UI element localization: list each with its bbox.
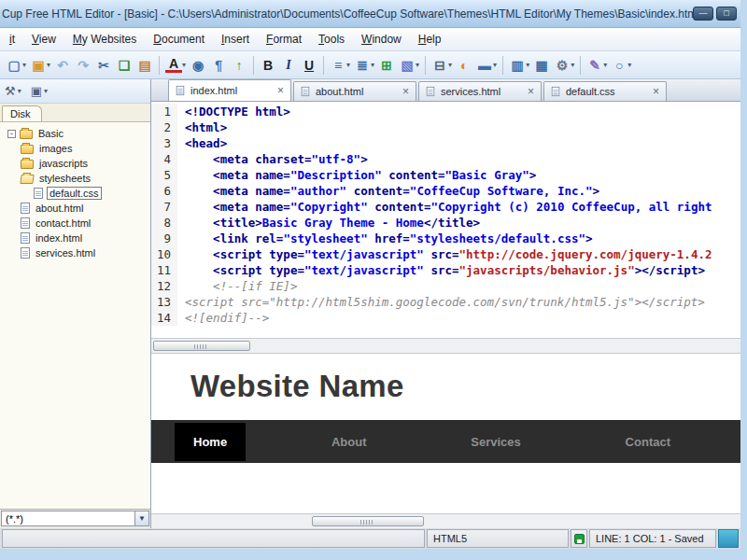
monitor-button[interactable]: ⊟▾: [430, 54, 454, 77]
menu-tools[interactable]: Tools: [310, 29, 353, 49]
maximize-button[interactable]: □: [716, 7, 737, 21]
code-text: <script type="text/javascript" src="java…: [177, 262, 705, 278]
paste-button[interactable]: ▤: [134, 54, 155, 77]
menu-it[interactable]: it: [1, 29, 23, 49]
status-save-cell: [571, 529, 587, 548]
preview-nav-services[interactable]: Services: [452, 423, 540, 461]
file-filter-bar: (*.*) ▼: [0, 509, 150, 528]
frames-button[interactable]: ▦: [531, 54, 552, 77]
insert-image-button[interactable]: ▧▾: [397, 54, 421, 77]
tab-about-html[interactable]: about.html×: [293, 81, 416, 101]
tree-item-stylesheets[interactable]: stylesheets: [2, 171, 148, 186]
main-area: ⚒▾▣▾ Disk -Basicimagesjavascriptsstylesh…: [0, 79, 740, 528]
preview-horizontal-scrollbar[interactable]: [151, 513, 740, 528]
tab-services-html[interactable]: services.html×: [418, 81, 542, 101]
window-title: Cup Free HTML Editor - [Basic] - C:\User…: [2, 7, 693, 21]
italic-button[interactable]: I: [278, 54, 299, 77]
close-icon[interactable]: ×: [402, 86, 409, 97]
file-tree: -Basicimagesjavascriptsstylesheetsdefaul…: [0, 122, 150, 509]
code-line: 11 <script type="text/javascript" src="j…: [151, 262, 740, 278]
panel-view-button[interactable]: ▣▾: [31, 84, 48, 98]
preview-navbar: HomeAboutServicesContact: [151, 420, 740, 463]
expander-icon[interactable]: -: [7, 130, 16, 138]
close-icon[interactable]: ×: [277, 85, 284, 96]
window-titlebar[interactable]: Cup Free HTML Editor - [Basic] - C:\User…: [0, 0, 740, 28]
align-icon: ≡: [330, 57, 346, 74]
tree-item-index-html[interactable]: index.html: [2, 231, 148, 245]
align-button[interactable]: ≡▾: [328, 54, 352, 77]
app-window: Cup Free HTML Editor - [Basic] - C:\User…: [0, 0, 747, 560]
tab-disk[interactable]: Disk: [2, 105, 42, 121]
new-document-button[interactable]: ▢▾: [4, 54, 28, 77]
tree-item-about-html[interactable]: about.html: [2, 201, 148, 216]
tree-item-javascripts[interactable]: javascripts: [2, 156, 148, 171]
preview-nav-about[interactable]: About: [313, 423, 386, 461]
menu-bar: itViewMy WebsitesDocumentInsertFormatToo…: [0, 28, 740, 51]
toolbar-separator: [159, 56, 160, 75]
tree-item-label: javascripts: [37, 158, 90, 169]
gear-settings-button[interactable]: ⚙▾: [552, 54, 576, 77]
file-icon: [21, 247, 30, 259]
redo-button[interactable]: ↷: [73, 54, 93, 77]
menu-help[interactable]: Help: [410, 29, 450, 49]
chevron-down-icon: ▾: [44, 87, 48, 95]
new-document-icon: ▢: [6, 57, 22, 74]
themes-paint-icon: ✎: [586, 57, 603, 74]
menu-format[interactable]: Format: [258, 29, 310, 49]
tree-item-default-css[interactable]: default.css: [2, 186, 148, 201]
file-filter-value: (*.*): [2, 513, 134, 525]
tree-item-label: images: [37, 143, 74, 154]
undo-button[interactable]: ↶: [52, 54, 73, 77]
menu-document[interactable]: Document: [145, 29, 213, 49]
menu-my-websites[interactable]: My Websites: [64, 29, 145, 49]
underline-button[interactable]: U: [299, 54, 319, 77]
tree-item-images[interactable]: images: [2, 141, 148, 156]
redo-icon: ↷: [75, 57, 92, 74]
folder-icon: [20, 130, 33, 139]
scrollbar-thumb[interactable]: [312, 516, 424, 526]
publish-upload-button[interactable]: ↑: [229, 54, 249, 77]
line-number: 9: [151, 231, 177, 246]
font-color-button[interactable]: A▾: [163, 54, 188, 77]
code-editor[interactable]: 1<!DOCTYPE html>2<html>3<head>4 <meta ch…: [151, 102, 740, 338]
tree-item-basic[interactable]: -Basic: [2, 126, 148, 141]
menu-insert[interactable]: Insert: [213, 29, 258, 49]
link-anchor-icon: ◉: [190, 57, 206, 74]
cut-button[interactable]: ✂: [93, 54, 114, 77]
link-anchor-button[interactable]: ◉: [188, 54, 208, 77]
code-text: <meta name="Copyright" content="Copyrigh…: [177, 199, 712, 215]
insert-image-icon: ▧: [399, 57, 416, 74]
zoom-button[interactable]: ○▾: [609, 54, 633, 77]
layout-columns-button[interactable]: ▥▾: [507, 54, 531, 77]
preview-nav-contact[interactable]: Contact: [607, 423, 689, 461]
scrollbar-thumb[interactable]: [153, 341, 250, 351]
editor-horizontal-scrollbar[interactable]: [151, 338, 740, 353]
preview-nav-home[interactable]: Home: [175, 423, 246, 461]
toolbar-separator: [253, 56, 254, 75]
minimize-button[interactable]: —: [693, 7, 713, 21]
copy-button[interactable]: ❏: [114, 54, 134, 77]
menu-window[interactable]: Window: [353, 29, 410, 49]
open-file-button[interactable]: ▣▾: [28, 54, 52, 77]
tab-label: services.html: [441, 86, 522, 97]
bold-button[interactable]: B: [258, 54, 278, 77]
file-icon: [21, 217, 30, 229]
live-preview-pane: Website Name HomeAboutServicesContact: [151, 353, 740, 513]
paragraph-marks-button[interactable]: ¶: [208, 54, 229, 77]
chevron-down-icon[interactable]: ▼: [134, 511, 148, 525]
close-icon[interactable]: ×: [528, 86, 534, 97]
main-toolbar: ▢▾▣▾↶↷✂❏▤A▾◉¶↑BIU≡▾≣▾⊞▧▾⊟▾◐▬▾▥▾▦⚙▾✎▾○▾: [0, 51, 740, 79]
color-picker-button[interactable]: ◐: [454, 54, 474, 77]
insert-table-button[interactable]: ⊞: [376, 54, 397, 77]
themes-paint-button[interactable]: ✎▾: [585, 54, 609, 77]
tab-index-html[interactable]: index.html×: [168, 79, 291, 101]
file-filter-combo[interactable]: (*.*) ▼: [1, 511, 149, 526]
tools-wrench-button[interactable]: ⚒▾: [5, 84, 21, 98]
tab-default-css[interactable]: default.css×: [543, 81, 667, 101]
list-button[interactable]: ≣▾: [352, 54, 376, 77]
close-icon[interactable]: ×: [653, 86, 659, 97]
menu-view[interactable]: View: [23, 29, 64, 49]
tree-item-contact-html[interactable]: contact.html: [2, 216, 148, 231]
tree-item-services-html[interactable]: services.html: [2, 245, 148, 260]
styles-button[interactable]: ▬▾: [474, 54, 499, 77]
